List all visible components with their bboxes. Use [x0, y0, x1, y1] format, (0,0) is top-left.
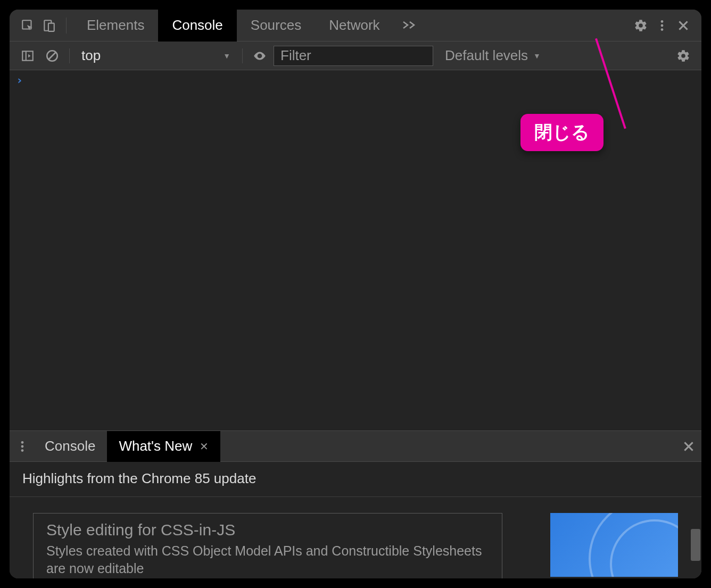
drawer-content: Highlights from the Chrome 85 update Sty…: [10, 462, 701, 578]
chevron-down-icon: ▼: [223, 52, 230, 60]
drawer-tab-label: What's New: [119, 438, 192, 454]
divider: [69, 48, 70, 63]
news-card[interactable]: Style editing for CSS-in-JS Styles creat…: [33, 513, 502, 578]
drawer-tab-console[interactable]: Console: [33, 431, 107, 462]
more-tabs-icon[interactable]: [394, 17, 425, 34]
main-tab-strip: Elements Console Sources Network: [10, 10, 701, 42]
svg-point-5: [661, 28, 664, 31]
divider: [242, 48, 243, 63]
svg-point-11: [21, 445, 24, 448]
console-settings-gear-icon[interactable]: [673, 45, 694, 67]
news-description: Styles created with CSS Object Model API…: [46, 542, 489, 577]
svg-point-4: [661, 24, 664, 27]
tab-sources[interactable]: Sources: [237, 10, 315, 42]
tab-console[interactable]: Console: [158, 10, 236, 42]
news-row: Style editing for CSS-in-JS Styles creat…: [10, 497, 701, 578]
devtools-panel: Elements Console Sources Network top ▼: [10, 10, 701, 578]
svg-point-12: [21, 449, 24, 452]
inspect-element-icon[interactable]: [17, 15, 38, 36]
close-drawer-icon[interactable]: [678, 436, 699, 457]
news-title: Style editing for CSS-in-JS: [46, 521, 489, 539]
filter-input[interactable]: [274, 46, 433, 66]
drawer-tab-whats-new[interactable]: What's New ✕: [107, 431, 220, 462]
live-expression-eye-icon[interactable]: [249, 45, 270, 67]
svg-point-3: [661, 20, 664, 23]
drawer-kebab-icon[interactable]: [12, 436, 33, 457]
toggle-sidebar-icon[interactable]: [17, 45, 38, 67]
svg-rect-6: [22, 51, 33, 60]
console-prompt-icon: ›: [16, 73, 23, 87]
kebab-menu-icon[interactable]: [651, 15, 673, 36]
divider: [66, 18, 67, 34]
close-devtools-icon[interactable]: [673, 15, 694, 36]
execution-context-select[interactable]: top ▼: [76, 47, 236, 64]
drawer: Console What's New ✕ Highlights from the…: [10, 430, 701, 578]
console-output[interactable]: ›: [10, 70, 701, 430]
tab-elements[interactable]: Elements: [73, 10, 158, 42]
svg-line-9: [49, 52, 56, 59]
close-tab-icon[interactable]: ✕: [200, 440, 209, 453]
chevron-down-icon: ▼: [533, 52, 541, 60]
log-levels-select[interactable]: Default levels ▼: [436, 47, 549, 64]
scrollbar-thumb[interactable]: [691, 529, 700, 561]
device-toolbar-icon[interactable]: [38, 15, 60, 36]
clear-console-icon[interactable]: [42, 45, 63, 67]
tab-network[interactable]: Network: [315, 10, 393, 42]
drawer-tab-strip: Console What's New ✕: [10, 431, 701, 462]
console-toolbar: top ▼ Default levels ▼: [10, 42, 701, 70]
whats-new-heading: Highlights from the Chrome 85 update: [10, 462, 701, 497]
levels-label: Default levels: [445, 47, 528, 64]
svg-point-10: [21, 441, 24, 444]
svg-rect-2: [48, 23, 54, 31]
context-label: top: [81, 47, 101, 64]
drawer-tab-label: Console: [45, 438, 95, 454]
settings-gear-icon[interactable]: [630, 15, 651, 36]
news-thumbnail: [550, 513, 678, 577]
